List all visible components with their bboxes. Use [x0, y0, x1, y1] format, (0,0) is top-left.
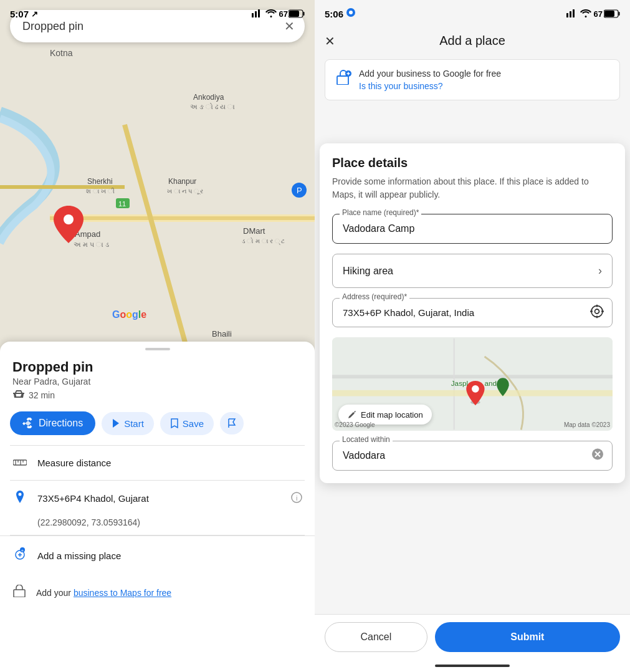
ruler-icon — [12, 456, 27, 470]
location-icon — [12, 491, 27, 506]
map-thumbnail: Jaspl and NA Edit map location ©2023 Goo… — [332, 337, 613, 431]
add-place-title-bar: ✕ Add a place — [315, 27, 630, 54]
business-row[interactable]: Add your business to Maps for free — [0, 575, 315, 610]
submit-button[interactable]: Submit — [435, 622, 620, 652]
sheet-subtitle: Near Padra, Gujarat — [0, 377, 315, 386]
svg-rect-1 — [255, 11, 257, 17]
svg-text:અ ઙ ો ઢ ય ા: અ ઙ ો ઢ ય ા — [190, 103, 235, 110]
svg-rect-48 — [619, 12, 620, 16]
status-time-left: 5:07 — [10, 9, 29, 19]
chevron-right-icon: › — [598, 264, 602, 277]
business-icon — [12, 585, 26, 600]
home-indicator-right — [435, 665, 510, 667]
bottom-sheet-left: Dropped pin Near Padra, Gujarat 32 min D… — [0, 342, 315, 672]
svg-rect-47 — [604, 11, 614, 17]
right-panel: 5:06 67 ✕ Add a place — [315, 0, 630, 672]
business-link[interactable]: business to Maps for free — [74, 588, 171, 598]
svg-rect-2 — [258, 9, 260, 17]
wifi-icon-right — [580, 9, 591, 19]
svg-rect-4 — [289, 11, 299, 17]
save-label: Save — [183, 418, 204, 429]
address-item[interactable]: 73X5+6P4 Khadol, Gujarat i — [0, 481, 315, 516]
close-button-right[interactable]: ✕ — [325, 34, 335, 49]
svg-point-63 — [472, 385, 479, 393]
directions-label: Directions — [39, 418, 83, 429]
svg-rect-40 — [14, 590, 25, 597]
address-field: Address (required)* — [332, 298, 613, 327]
cancel-button[interactable]: Cancel — [325, 622, 427, 652]
action-buttons-row: Directions Start Save — [0, 409, 315, 445]
add-place-icon: + — [12, 546, 27, 565]
address-input[interactable] — [332, 298, 613, 327]
save-button[interactable]: Save — [160, 412, 214, 435]
svg-point-25 — [64, 214, 74, 224]
place-name-field: Place name (required)* — [332, 214, 613, 244]
svg-rect-43 — [566, 13, 568, 17]
svg-rect-45 — [573, 9, 575, 17]
target-icon[interactable] — [590, 304, 604, 321]
located-within-field: Located within — [332, 441, 613, 471]
category-selector[interactable]: Hiking area › — [332, 254, 613, 288]
svg-rect-0 — [252, 13, 254, 17]
measure-distance-item[interactable]: Measure distance — [0, 446, 315, 480]
svg-text:Ankodiya: Ankodiya — [193, 93, 224, 102]
address-text: 73X5+6P4 Khadol, Gujarat — [37, 493, 149, 504]
location-active-icon — [346, 7, 356, 20]
address-field-wrapper — [332, 298, 613, 327]
modal-description: Provide some information about this plac… — [332, 175, 613, 201]
drive-time: 32 min — [29, 390, 55, 400]
start-label: Start — [124, 418, 144, 429]
located-within-input[interactable] — [332, 441, 613, 471]
svg-text:શ ા ખ ી: શ ા ખ ી — [86, 188, 115, 194]
svg-text:P: P — [297, 186, 302, 195]
business-banner-link[interactable]: Is this your business? — [359, 81, 501, 91]
status-bar-left: 5:07 ↗ 67 — [0, 0, 315, 27]
add-missing-place-item[interactable]: + Add a missing place — [0, 535, 315, 575]
battery-icon-right: 67 — [594, 9, 620, 19]
category-text: Hiking area — [343, 266, 393, 277]
svg-rect-49 — [337, 76, 348, 85]
svg-text:+: + — [21, 548, 24, 554]
flag-button[interactable] — [220, 412, 244, 434]
svg-text:i: i — [296, 494, 297, 501]
start-button[interactable]: Start — [102, 412, 154, 435]
directions-button[interactable]: Directions — [10, 411, 95, 435]
info-icon[interactable]: i — [291, 492, 302, 506]
place-name-input[interactable] — [332, 214, 613, 244]
svg-rect-60 — [332, 375, 613, 378]
svg-text:Bhaili: Bhaili — [212, 329, 232, 338]
sheet-title: Dropped pin — [0, 350, 315, 377]
svg-text:and NA: and NA — [485, 379, 509, 387]
modal-title: Place details — [332, 156, 613, 170]
svg-rect-30 — [13, 460, 27, 465]
svg-point-54 — [595, 309, 599, 314]
bottom-bar: Cancel Submit — [315, 614, 630, 672]
status-icons-right: 67 — [252, 9, 305, 19]
svg-rect-44 — [570, 11, 571, 17]
svg-text:અ મ પ ા ડ: અ મ પ ા ડ — [74, 241, 109, 248]
measure-distance-text: Measure distance — [37, 458, 111, 468]
add-place-header: ✕ Add a place Add your business to Googl… — [315, 27, 630, 105]
svg-point-53 — [591, 305, 603, 317]
coordinates-text: (22.2980092, 73.0593164) — [0, 516, 315, 535]
place-details-modal: Place details Provide some information a… — [320, 143, 625, 483]
edit-map-label: Edit map location — [361, 410, 423, 420]
address-label: Address (required)* — [340, 292, 409, 301]
place-name-label: Place name (required)* — [340, 208, 421, 217]
car-icon — [12, 389, 25, 401]
business-banner: Add your business to Google for free Is … — [325, 59, 620, 100]
svg-rect-5 — [303, 12, 305, 16]
map-copyright: ©2023 Google — [335, 421, 375, 428]
map-area[interactable]: Kotna Ankodiya અ ઙ ો ઢ ય ા Sherkhi શ ા ખ… — [0, 0, 315, 349]
located-within-clear-icon[interactable] — [591, 448, 604, 464]
svg-text:Jaspl: Jaspl — [451, 379, 468, 387]
drive-row: 32 min — [0, 386, 315, 409]
add-missing-place-text: Add a missing place — [37, 550, 121, 561]
svg-text:Google: Google — [112, 309, 146, 320]
svg-text:11: 11 — [118, 200, 126, 208]
signal-icon-right — [566, 9, 578, 19]
business-text: Add your business to Maps for free — [36, 588, 171, 598]
signal-icon — [252, 9, 263, 19]
svg-point-42 — [349, 11, 353, 14]
business-banner-text: Add your business to Google for free — [359, 69, 501, 79]
